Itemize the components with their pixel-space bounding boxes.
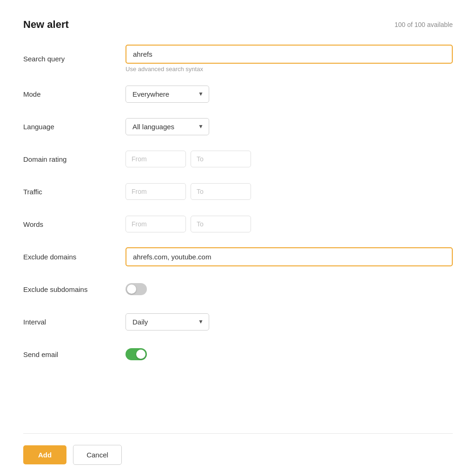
- mode-select-wrapper: Everywhere Title URL Text ▼: [126, 86, 209, 103]
- language-select[interactable]: All languages English Spanish French Ger…: [126, 118, 209, 135]
- words-control: [126, 216, 453, 232]
- words-from-input[interactable]: [126, 216, 186, 232]
- send-email-toggle-wrapper: [126, 348, 453, 360]
- dialog-footer: Add Cancel: [23, 434, 453, 476]
- exclude-subdomains-row: Exclude subdomains: [23, 278, 453, 300]
- new-alert-dialog: New alert 100 of 100 available Search qu…: [0, 0, 476, 476]
- domain-rating-label: Domain rating: [23, 155, 126, 163]
- mode-select[interactable]: Everywhere Title URL Text: [126, 86, 209, 103]
- language-label: Language: [23, 123, 126, 131]
- search-query-input[interactable]: [126, 45, 453, 64]
- words-row: Words: [23, 213, 453, 235]
- words-label: Words: [23, 220, 126, 228]
- words-range: [126, 216, 453, 232]
- exclude-subdomains-control: [126, 283, 453, 295]
- send-email-toggle[interactable]: [126, 348, 147, 360]
- exclude-domains-label: Exclude domains: [23, 253, 126, 261]
- interval-control: Daily Weekly Monthly ▼: [126, 313, 453, 331]
- add-button[interactable]: Add: [23, 445, 66, 464]
- language-select-wrapper: All languages English Spanish French Ger…: [126, 118, 209, 135]
- exclude-subdomains-label: Exclude subdomains: [23, 285, 126, 293]
- exclude-domains-row: Exclude domains: [23, 245, 453, 268]
- dialog-title: New alert: [23, 19, 69, 31]
- cancel-button[interactable]: Cancel: [73, 445, 122, 465]
- traffic-range: [126, 183, 453, 200]
- language-row: Language All languages English Spanish F…: [23, 115, 453, 138]
- search-query-row: Search query Use advanced search syntax: [23, 45, 453, 73]
- search-query-group: Use advanced search syntax: [126, 45, 453, 73]
- mode-control: Everywhere Title URL Text ▼: [126, 86, 453, 103]
- interval-label: Interval: [23, 318, 126, 326]
- exclude-subdomains-toggle-wrapper: [126, 283, 453, 295]
- interval-row: Interval Daily Weekly Monthly ▼: [23, 311, 453, 333]
- send-email-label: Send email: [23, 350, 126, 358]
- send-email-row: Send email: [23, 343, 453, 365]
- search-query-label: Search query: [23, 55, 126, 63]
- interval-select[interactable]: Daily Weekly Monthly: [126, 313, 209, 331]
- traffic-row: Traffic: [23, 180, 453, 203]
- exclude-domains-control: [126, 247, 453, 266]
- traffic-label: Traffic: [23, 188, 126, 196]
- domain-rating-control: [126, 151, 453, 167]
- traffic-control: [126, 183, 453, 200]
- exclude-subdomains-toggle[interactable]: [126, 283, 147, 295]
- domain-rating-row: Domain rating: [23, 148, 453, 170]
- domain-rating-to-input[interactable]: [191, 151, 251, 167]
- mode-row: Mode Everywhere Title URL Text ▼: [23, 83, 453, 105]
- traffic-to-input[interactable]: [191, 183, 251, 200]
- form-body: Search query Use advanced search syntax …: [23, 45, 453, 424]
- exclude-subdomains-slider: [126, 283, 147, 295]
- send-email-slider: [126, 348, 147, 360]
- domain-rating-range: [126, 151, 453, 167]
- availability-text: 100 of 100 available: [395, 21, 453, 28]
- language-control: All languages English Spanish French Ger…: [126, 118, 453, 135]
- dialog-header: New alert 100 of 100 available: [23, 19, 453, 31]
- search-query-hint: Use advanced search syntax: [126, 66, 453, 73]
- exclude-domains-input[interactable]: [126, 247, 453, 266]
- mode-label: Mode: [23, 90, 126, 98]
- send-email-control: [126, 348, 453, 360]
- traffic-from-input[interactable]: [126, 183, 186, 200]
- words-to-input[interactable]: [191, 216, 251, 232]
- interval-select-wrapper: Daily Weekly Monthly ▼: [126, 313, 209, 331]
- domain-rating-from-input[interactable]: [126, 151, 186, 167]
